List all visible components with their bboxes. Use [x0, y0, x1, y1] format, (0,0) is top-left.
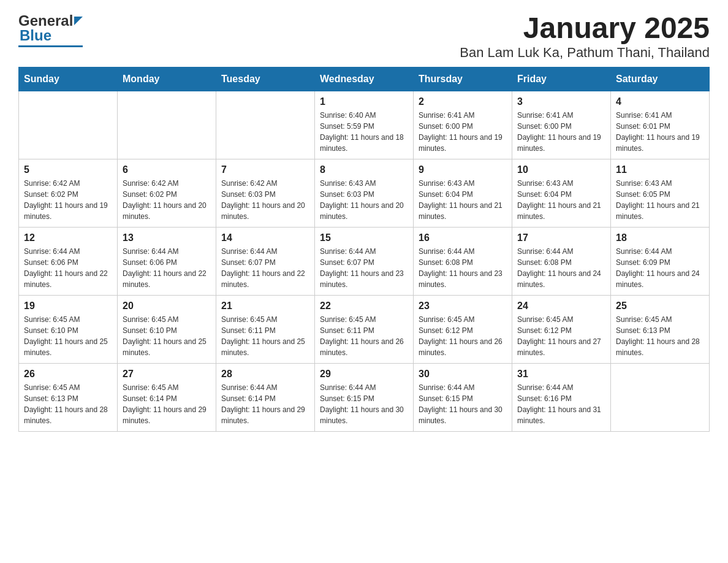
- calendar-cell: 7Sunrise: 6:42 AM Sunset: 6:03 PM Daylig…: [216, 159, 315, 227]
- day-number: 30: [419, 369, 507, 380]
- header-wednesday: Wednesday: [315, 67, 414, 91]
- calendar-cell: 2Sunrise: 6:41 AM Sunset: 6:00 PM Daylig…: [414, 91, 512, 159]
- calendar-cell: 14Sunrise: 6:44 AM Sunset: 6:07 PM Dayli…: [216, 227, 315, 295]
- day-info: Sunrise: 6:45 AM Sunset: 6:13 PM Dayligh…: [24, 382, 112, 426]
- day-info: Sunrise: 6:45 AM Sunset: 6:11 PM Dayligh…: [221, 314, 309, 358]
- page-header: General Blue January 2025 Ban Lam Luk Ka…: [18, 12, 710, 61]
- day-number: 23: [419, 301, 507, 312]
- day-info: Sunrise: 6:44 AM Sunset: 6:15 PM Dayligh…: [320, 382, 408, 426]
- day-info: Sunrise: 6:45 AM Sunset: 6:10 PM Dayligh…: [24, 314, 112, 358]
- day-number: 28: [221, 369, 309, 380]
- calendar-cell: 21Sunrise: 6:45 AM Sunset: 6:11 PM Dayli…: [216, 295, 315, 363]
- calendar-cell: 28Sunrise: 6:44 AM Sunset: 6:14 PM Dayli…: [216, 363, 315, 431]
- logo: General Blue: [18, 12, 83, 47]
- day-info: Sunrise: 6:44 AM Sunset: 6:08 PM Dayligh…: [517, 246, 605, 290]
- calendar-cell: 10Sunrise: 6:43 AM Sunset: 6:04 PM Dayli…: [512, 159, 611, 227]
- header-thursday: Thursday: [414, 67, 512, 91]
- day-info: Sunrise: 6:45 AM Sunset: 6:13 PM Dayligh…: [616, 314, 704, 358]
- day-info: Sunrise: 6:40 AM Sunset: 5:59 PM Dayligh…: [320, 110, 408, 154]
- logo-blue-text: Blue: [18, 27, 51, 44]
- calendar-cell: 26Sunrise: 6:45 AM Sunset: 6:13 PM Dayli…: [19, 363, 118, 431]
- calendar-cell: 20Sunrise: 6:45 AM Sunset: 6:10 PM Dayli…: [118, 295, 216, 363]
- day-number: 17: [517, 232, 605, 243]
- calendar-cell: 16Sunrise: 6:44 AM Sunset: 6:08 PM Dayli…: [414, 227, 512, 295]
- day-number: 11: [616, 164, 704, 175]
- day-info: Sunrise: 6:44 AM Sunset: 6:07 PM Dayligh…: [320, 246, 408, 290]
- day-number: 6: [123, 164, 211, 175]
- day-number: 26: [24, 369, 112, 380]
- day-info: Sunrise: 6:43 AM Sunset: 6:05 PM Dayligh…: [616, 178, 704, 222]
- calendar-cell: 27Sunrise: 6:45 AM Sunset: 6:14 PM Dayli…: [118, 363, 216, 431]
- day-info: Sunrise: 6:44 AM Sunset: 6:08 PM Dayligh…: [419, 246, 507, 290]
- calendar-body: 1Sunrise: 6:40 AM Sunset: 5:59 PM Daylig…: [19, 91, 710, 431]
- calendar-cell: 19Sunrise: 6:45 AM Sunset: 6:10 PM Dayli…: [19, 295, 118, 363]
- calendar-week-row: 19Sunrise: 6:45 AM Sunset: 6:10 PM Dayli…: [19, 295, 710, 363]
- header-sunday: Sunday: [19, 67, 118, 91]
- title-block: January 2025 Ban Lam Luk Ka, Pathum Than…: [460, 12, 710, 61]
- calendar-week-row: 1Sunrise: 6:40 AM Sunset: 5:59 PM Daylig…: [19, 91, 710, 159]
- day-info: Sunrise: 6:44 AM Sunset: 6:06 PM Dayligh…: [123, 246, 211, 290]
- calendar-cell: 24Sunrise: 6:45 AM Sunset: 6:12 PM Dayli…: [512, 295, 611, 363]
- calendar-cell: 17Sunrise: 6:44 AM Sunset: 6:08 PM Dayli…: [512, 227, 611, 295]
- calendar-cell: 5Sunrise: 6:42 AM Sunset: 6:02 PM Daylig…: [19, 159, 118, 227]
- calendar-cell: 23Sunrise: 6:45 AM Sunset: 6:12 PM Dayli…: [414, 295, 512, 363]
- day-info: Sunrise: 6:43 AM Sunset: 6:03 PM Dayligh…: [320, 178, 408, 222]
- day-info: Sunrise: 6:42 AM Sunset: 6:02 PM Dayligh…: [24, 178, 112, 222]
- day-info: Sunrise: 6:41 AM Sunset: 6:00 PM Dayligh…: [517, 110, 605, 154]
- day-number: 14: [221, 232, 309, 243]
- logo-underline: [18, 45, 83, 47]
- day-number: 25: [616, 301, 704, 312]
- day-info: Sunrise: 6:41 AM Sunset: 6:00 PM Dayligh…: [419, 110, 507, 154]
- header-friday: Friday: [512, 67, 611, 91]
- day-info: Sunrise: 6:44 AM Sunset: 6:14 PM Dayligh…: [221, 382, 309, 426]
- calendar-cell: 13Sunrise: 6:44 AM Sunset: 6:06 PM Dayli…: [118, 227, 216, 295]
- day-info: Sunrise: 6:45 AM Sunset: 6:14 PM Dayligh…: [123, 382, 211, 426]
- calendar-cell: 1Sunrise: 6:40 AM Sunset: 5:59 PM Daylig…: [315, 91, 414, 159]
- calendar-cell: 25Sunrise: 6:45 AM Sunset: 6:13 PM Dayli…: [611, 295, 710, 363]
- day-info: Sunrise: 6:45 AM Sunset: 6:11 PM Dayligh…: [320, 314, 408, 358]
- calendar-cell: 29Sunrise: 6:44 AM Sunset: 6:15 PM Dayli…: [315, 363, 414, 431]
- day-info: Sunrise: 6:44 AM Sunset: 6:09 PM Dayligh…: [616, 246, 704, 290]
- day-number: 8: [320, 164, 408, 175]
- page-subtitle: Ban Lam Luk Ka, Pathum Thani, Thailand: [460, 45, 710, 61]
- day-info: Sunrise: 6:44 AM Sunset: 6:07 PM Dayligh…: [221, 246, 309, 290]
- day-info: Sunrise: 6:45 AM Sunset: 6:12 PM Dayligh…: [517, 314, 605, 358]
- calendar-week-row: 5Sunrise: 6:42 AM Sunset: 6:02 PM Daylig…: [19, 159, 710, 227]
- day-number: 2: [419, 96, 507, 107]
- day-info: Sunrise: 6:45 AM Sunset: 6:12 PM Dayligh…: [419, 314, 507, 358]
- day-number: 21: [221, 301, 309, 312]
- calendar-cell: 15Sunrise: 6:44 AM Sunset: 6:07 PM Dayli…: [315, 227, 414, 295]
- day-number: 31: [517, 369, 605, 380]
- days-of-week-row: Sunday Monday Tuesday Wednesday Thursday…: [19, 67, 710, 91]
- day-number: 13: [123, 232, 211, 243]
- day-info: Sunrise: 6:43 AM Sunset: 6:04 PM Dayligh…: [517, 178, 605, 222]
- calendar-cell: 8Sunrise: 6:43 AM Sunset: 6:03 PM Daylig…: [315, 159, 414, 227]
- logo-chevron-icon: [74, 17, 83, 25]
- calendar-cell: [216, 91, 315, 159]
- day-number: 16: [419, 232, 507, 243]
- day-number: 29: [320, 369, 408, 380]
- day-info: Sunrise: 6:43 AM Sunset: 6:04 PM Dayligh…: [419, 178, 507, 222]
- calendar-cell: 30Sunrise: 6:44 AM Sunset: 6:15 PM Dayli…: [414, 363, 512, 431]
- day-number: 3: [517, 96, 605, 107]
- calendar-cell: [19, 91, 118, 159]
- day-number: 24: [517, 301, 605, 312]
- calendar-cell: 6Sunrise: 6:42 AM Sunset: 6:02 PM Daylig…: [118, 159, 216, 227]
- calendar-cell: 12Sunrise: 6:44 AM Sunset: 6:06 PM Dayli…: [19, 227, 118, 295]
- calendar-cell: 3Sunrise: 6:41 AM Sunset: 6:00 PM Daylig…: [512, 91, 611, 159]
- calendar-cell: 31Sunrise: 6:44 AM Sunset: 6:16 PM Dayli…: [512, 363, 611, 431]
- day-number: 4: [616, 96, 704, 107]
- header-saturday: Saturday: [611, 67, 710, 91]
- day-number: 7: [221, 164, 309, 175]
- day-info: Sunrise: 6:44 AM Sunset: 6:16 PM Dayligh…: [517, 382, 605, 426]
- calendar-cell: [118, 91, 216, 159]
- day-number: 5: [24, 164, 112, 175]
- day-number: 18: [616, 232, 704, 243]
- day-number: 22: [320, 301, 408, 312]
- calendar-table: Sunday Monday Tuesday Wednesday Thursday…: [18, 67, 710, 432]
- day-number: 1: [320, 96, 408, 107]
- page-title: January 2025: [460, 12, 710, 45]
- day-info: Sunrise: 6:42 AM Sunset: 6:03 PM Dayligh…: [221, 178, 309, 222]
- header-tuesday: Tuesday: [216, 67, 315, 91]
- day-number: 27: [123, 369, 211, 380]
